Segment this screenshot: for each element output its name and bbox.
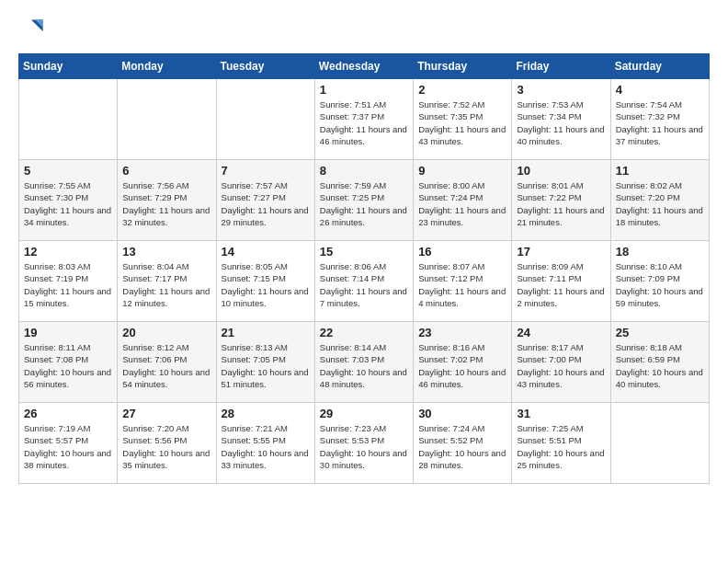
day-info: Sunrise: 7:57 AM Sunset: 7:27 PM Dayligh…: [222, 179, 310, 228]
calendar-cell: 12Sunrise: 8:03 AM Sunset: 7:19 PM Dayli…: [19, 241, 118, 322]
day-info: Sunrise: 8:16 AM Sunset: 7:02 PM Dayligh…: [418, 341, 506, 390]
day-number: 9: [418, 164, 506, 178]
day-info: Sunrise: 8:17 AM Sunset: 7:00 PM Dayligh…: [517, 341, 605, 390]
calendar-cell: 19Sunrise: 8:11 AM Sunset: 7:08 PM Dayli…: [19, 322, 118, 403]
day-number: 5: [24, 164, 112, 178]
calendar-cell: 2Sunrise: 7:52 AM Sunset: 7:35 PM Daylig…: [414, 79, 512, 160]
col-header-monday: Monday: [118, 54, 216, 79]
day-info: Sunrise: 7:24 AM Sunset: 5:52 PM Dayligh…: [418, 422, 506, 471]
calendar-cell: [610, 403, 709, 484]
col-header-friday: Friday: [512, 54, 610, 79]
day-info: Sunrise: 7:23 AM Sunset: 5:53 PM Dayligh…: [320, 422, 408, 471]
calendar-week-row: 1Sunrise: 7:51 AM Sunset: 7:37 PM Daylig…: [19, 79, 710, 160]
day-info: Sunrise: 7:56 AM Sunset: 7:29 PM Dayligh…: [122, 179, 210, 228]
day-info: Sunrise: 8:18 AM Sunset: 6:59 PM Dayligh…: [616, 341, 704, 390]
day-number: 16: [418, 245, 506, 259]
logo: [18, 18, 48, 44]
calendar-cell: 4Sunrise: 7:54 AM Sunset: 7:32 PM Daylig…: [610, 79, 709, 160]
day-number: 24: [517, 326, 605, 339]
day-info: Sunrise: 8:07 AM Sunset: 7:12 PM Dayligh…: [418, 260, 506, 309]
logo-icon: [18, 18, 44, 44]
calendar-week-row: 12Sunrise: 8:03 AM Sunset: 7:19 PM Dayli…: [19, 241, 710, 322]
day-number: 23: [418, 326, 506, 339]
day-info: Sunrise: 7:55 AM Sunset: 7:30 PM Dayligh…: [24, 179, 112, 228]
day-number: 17: [517, 245, 605, 259]
day-number: 30: [418, 407, 506, 420]
day-info: Sunrise: 8:00 AM Sunset: 7:24 PM Dayligh…: [418, 179, 506, 228]
day-number: 4: [616, 83, 704, 97]
day-info: Sunrise: 8:04 AM Sunset: 7:17 PM Dayligh…: [122, 260, 210, 309]
calendar-cell: 11Sunrise: 8:02 AM Sunset: 7:20 PM Dayli…: [610, 160, 709, 241]
calendar-cell: 26Sunrise: 7:19 AM Sunset: 5:57 PM Dayli…: [19, 403, 118, 484]
col-header-saturday: Saturday: [610, 54, 709, 79]
day-number: 21: [222, 326, 310, 339]
col-header-thursday: Thursday: [414, 54, 512, 79]
day-number: 18: [616, 245, 704, 259]
calendar-cell: 16Sunrise: 8:07 AM Sunset: 7:12 PM Dayli…: [414, 241, 512, 322]
day-info: Sunrise: 8:14 AM Sunset: 7:03 PM Dayligh…: [320, 341, 408, 390]
day-info: Sunrise: 8:12 AM Sunset: 7:06 PM Dayligh…: [122, 341, 210, 390]
day-number: 12: [24, 245, 112, 259]
day-info: Sunrise: 7:51 AM Sunset: 7:37 PM Dayligh…: [320, 98, 408, 147]
calendar-cell: 24Sunrise: 8:17 AM Sunset: 7:00 PM Dayli…: [512, 322, 610, 403]
calendar-cell: 13Sunrise: 8:04 AM Sunset: 7:17 PM Dayli…: [118, 241, 216, 322]
calendar-cell: 20Sunrise: 8:12 AM Sunset: 7:06 PM Dayli…: [118, 322, 216, 403]
day-number: 1: [320, 83, 408, 97]
calendar-cell: 15Sunrise: 8:06 AM Sunset: 7:14 PM Dayli…: [314, 241, 413, 322]
day-number: 3: [517, 83, 605, 97]
day-number: 20: [122, 326, 210, 339]
day-info: Sunrise: 8:09 AM Sunset: 7:11 PM Dayligh…: [517, 260, 605, 309]
calendar-week-row: 19Sunrise: 8:11 AM Sunset: 7:08 PM Dayli…: [19, 322, 710, 403]
calendar-week-row: 5Sunrise: 7:55 AM Sunset: 7:30 PM Daylig…: [19, 160, 710, 241]
day-number: 29: [320, 407, 408, 420]
page-header: [18, 18, 710, 44]
calendar-cell: 22Sunrise: 8:14 AM Sunset: 7:03 PM Dayli…: [314, 322, 413, 403]
calendar-cell: 29Sunrise: 7:23 AM Sunset: 5:53 PM Dayli…: [314, 403, 413, 484]
col-header-wednesday: Wednesday: [314, 54, 413, 79]
calendar-cell: 18Sunrise: 8:10 AM Sunset: 7:09 PM Dayli…: [610, 241, 709, 322]
calendar-cell: 5Sunrise: 7:55 AM Sunset: 7:30 PM Daylig…: [19, 160, 118, 241]
calendar-cell: 9Sunrise: 8:00 AM Sunset: 7:24 PM Daylig…: [414, 160, 512, 241]
calendar-table: SundayMondayTuesdayWednesdayThursdayFrid…: [18, 53, 710, 484]
day-info: Sunrise: 8:05 AM Sunset: 7:15 PM Dayligh…: [222, 260, 310, 309]
day-info: Sunrise: 7:54 AM Sunset: 7:32 PM Dayligh…: [616, 98, 704, 147]
day-number: 31: [517, 407, 605, 420]
calendar-cell: 3Sunrise: 7:53 AM Sunset: 7:34 PM Daylig…: [512, 79, 610, 160]
day-number: 19: [24, 326, 112, 339]
day-info: Sunrise: 8:02 AM Sunset: 7:20 PM Dayligh…: [616, 179, 704, 228]
calendar-cell: 17Sunrise: 8:09 AM Sunset: 7:11 PM Dayli…: [512, 241, 610, 322]
day-number: 25: [616, 326, 704, 339]
calendar-cell: [118, 79, 216, 160]
day-info: Sunrise: 7:52 AM Sunset: 7:35 PM Dayligh…: [418, 98, 506, 147]
col-header-sunday: Sunday: [19, 54, 118, 79]
day-number: 6: [122, 164, 210, 178]
calendar-cell: 27Sunrise: 7:20 AM Sunset: 5:56 PM Dayli…: [118, 403, 216, 484]
day-info: Sunrise: 8:10 AM Sunset: 7:09 PM Dayligh…: [616, 260, 704, 309]
day-number: 22: [320, 326, 408, 339]
day-info: Sunrise: 8:06 AM Sunset: 7:14 PM Dayligh…: [320, 260, 408, 309]
day-number: 2: [418, 83, 506, 97]
day-number: 8: [320, 164, 408, 178]
day-info: Sunrise: 7:21 AM Sunset: 5:55 PM Dayligh…: [222, 422, 310, 471]
calendar-cell: 31Sunrise: 7:25 AM Sunset: 5:51 PM Dayli…: [512, 403, 610, 484]
day-info: Sunrise: 8:13 AM Sunset: 7:05 PM Dayligh…: [222, 341, 310, 390]
day-info: Sunrise: 8:01 AM Sunset: 7:22 PM Dayligh…: [517, 179, 605, 228]
day-info: Sunrise: 7:20 AM Sunset: 5:56 PM Dayligh…: [122, 422, 210, 471]
calendar-cell: 30Sunrise: 7:24 AM Sunset: 5:52 PM Dayli…: [414, 403, 512, 484]
calendar-header-row: SundayMondayTuesdayWednesdayThursdayFrid…: [19, 54, 710, 79]
calendar-cell: 8Sunrise: 7:59 AM Sunset: 7:25 PM Daylig…: [314, 160, 413, 241]
day-number: 26: [24, 407, 112, 420]
day-info: Sunrise: 8:03 AM Sunset: 7:19 PM Dayligh…: [24, 260, 112, 309]
calendar-cell: 10Sunrise: 8:01 AM Sunset: 7:22 PM Dayli…: [512, 160, 610, 241]
day-number: 13: [122, 245, 210, 259]
calendar-cell: 25Sunrise: 8:18 AM Sunset: 6:59 PM Dayli…: [610, 322, 709, 403]
day-number: 11: [616, 164, 704, 178]
day-number: 15: [320, 245, 408, 259]
day-number: 28: [222, 407, 310, 420]
day-info: Sunrise: 7:53 AM Sunset: 7:34 PM Dayligh…: [517, 98, 605, 147]
calendar-cell: [19, 79, 118, 160]
calendar-week-row: 26Sunrise: 7:19 AM Sunset: 5:57 PM Dayli…: [19, 403, 710, 484]
calendar-cell: 1Sunrise: 7:51 AM Sunset: 7:37 PM Daylig…: [314, 79, 413, 160]
calendar-cell: 14Sunrise: 8:05 AM Sunset: 7:15 PM Dayli…: [216, 241, 314, 322]
day-info: Sunrise: 7:25 AM Sunset: 5:51 PM Dayligh…: [517, 422, 605, 471]
